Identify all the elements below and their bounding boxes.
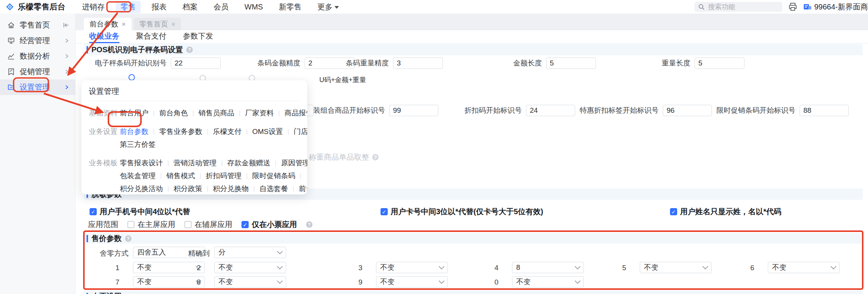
field-label: 电子秤条码开始识别号 xyxy=(80,58,171,68)
subnav-param-dispatch[interactable]: 参数下发 xyxy=(183,30,213,43)
topnav-item-new-retail[interactable]: 新零售 xyxy=(271,2,309,12)
popup-menu-item[interactable]: 原因管理 xyxy=(281,157,307,170)
secondary-screen-checkbox[interactable] xyxy=(184,221,192,228)
topnav-item-archives[interactable]: 档案 xyxy=(175,2,206,12)
main-screen-checkbox[interactable] xyxy=(127,221,135,228)
popup-menu-item[interactable]: 销售模式 xyxy=(166,170,195,182)
topnav-item-inventory[interactable]: 进销存 xyxy=(74,2,113,12)
popup-menu-item[interactable]: 厂家资料 xyxy=(245,107,274,120)
checkbox-label: 在辅屏应用 xyxy=(195,219,232,230)
popup-menu-item[interactable]: 前台角色 xyxy=(159,107,188,120)
close-icon[interactable]: × xyxy=(172,21,176,28)
topnav-item-more[interactable]: 更多 xyxy=(309,2,347,12)
popup-menu-item[interactable]: 零售业务参数 xyxy=(159,125,202,138)
topnav-item-retail[interactable]: 零售 xyxy=(116,1,141,13)
popup-menu-item[interactable]: 销售员商品 xyxy=(198,107,234,120)
select-value: 不变 xyxy=(772,263,786,272)
popup-menu-item[interactable]: OMS设置 xyxy=(252,125,283,138)
digit-5-select[interactable]: 不变 xyxy=(640,262,712,273)
special-discount-start-id-input[interactable] xyxy=(663,105,712,116)
divider: | xyxy=(274,107,284,120)
tab-label: 前台参数 xyxy=(90,19,118,29)
tab-retail-home[interactable]: 零售首页 × xyxy=(134,18,181,30)
top-menu: 进销存 零售 报表 档案 会员 WMS 新零售 更多 xyxy=(74,0,347,14)
flash-sale-start-id-input[interactable] xyxy=(800,105,849,116)
scope-main-screen: 在主屏应用 xyxy=(127,219,175,230)
checkbox-label: 用户姓名只显示姓，名以*代码 xyxy=(680,207,781,217)
select-value: 不变 xyxy=(644,263,658,272)
field-special-discount-start-id: 特惠折扣标签开始标识号 xyxy=(579,105,712,116)
mask-name-checkbox[interactable] xyxy=(670,208,677,215)
divider: | xyxy=(241,170,252,182)
divider: | xyxy=(234,107,245,120)
popup-menu-item[interactable]: 自选套餐 xyxy=(259,182,288,194)
popup-menu-item[interactable]: 乐檬支付 xyxy=(213,125,241,138)
field-label: 条码重量精度 xyxy=(317,58,393,68)
help-icon[interactable]: ? xyxy=(306,221,313,228)
barcode-format-radio[interactable] xyxy=(128,74,135,81)
topnav-item-members[interactable]: 会员 xyxy=(206,2,237,12)
popup-menu-item[interactable]: 商品报告 xyxy=(285,107,307,120)
popup-menu-item[interactable]: 积分兑换物 xyxy=(213,182,249,194)
printer-icon[interactable] xyxy=(788,2,798,12)
digit-9-select[interactable]: 不变 xyxy=(376,276,448,288)
help-icon[interactable]: ? xyxy=(372,154,379,160)
popup-menu-item[interactable]: 第三方价签 xyxy=(120,138,156,151)
precision-select[interactable]: 分 xyxy=(214,247,286,258)
scale-start-id-input[interactable] xyxy=(171,58,221,69)
barcode-format-option-label: U码+金额+重量 xyxy=(319,75,366,84)
mask-phone-checkbox[interactable] xyxy=(90,208,97,215)
topnav-item-wms[interactable]: WMS xyxy=(237,3,271,11)
sidebar-item-promotion-mgmt[interactable]: 促销管理 xyxy=(0,64,75,79)
sidebar-item-retail-home[interactable]: 零售首页 xyxy=(0,17,75,33)
popup-menu-item[interactable]: 积分政策 xyxy=(173,182,202,194)
sidebar-item-settings-mgmt[interactable]: 设置管理 xyxy=(0,79,75,95)
sidebar-item-business-mgmt[interactable]: 经营管理 xyxy=(0,33,75,48)
combo-start-id-input[interactable] xyxy=(389,105,438,116)
global-search[interactable] xyxy=(695,2,782,12)
topnav-item-reports[interactable]: 报表 xyxy=(144,2,175,12)
sidebar-collapse-button[interactable] xyxy=(62,22,70,29)
divider: | xyxy=(217,157,227,170)
divider: | xyxy=(295,170,301,182)
popup-menu-item[interactable]: 前台用户 xyxy=(120,107,149,120)
org-icon xyxy=(803,3,812,11)
precision-label: 精确到 xyxy=(175,249,210,258)
popup-menu-item[interactable]: 积分兑换活动 xyxy=(120,182,163,194)
amount-length-input[interactable] xyxy=(546,58,596,69)
digit-6-select[interactable]: 不变 xyxy=(768,262,840,273)
subnav-aggregate-pay[interactable]: 聚合支付 xyxy=(136,30,166,43)
popup-menu-item[interactable]: 限时促销条码 xyxy=(252,170,295,182)
masking-scope-row: 应用范围 在主屏应用 在辅屏应用 仅在小票应用 ? xyxy=(88,219,313,230)
digit-3-select[interactable]: 不变 xyxy=(376,262,448,273)
subnav-cashier-business[interactable]: 收银业务 xyxy=(89,30,119,43)
digit-4-select[interactable]: 8 xyxy=(512,262,584,273)
popup-menu-item[interactable]: 包装盒管理 xyxy=(120,170,156,182)
popup-menu-item[interactable]: 营销活动管理 xyxy=(173,157,217,170)
digit-2-select[interactable]: 不变 xyxy=(214,262,286,273)
weight-length-input[interactable] xyxy=(695,58,744,69)
weight-precision-input[interactable] xyxy=(393,58,443,69)
select-value: 不变 xyxy=(137,263,152,272)
select-value: 不变 xyxy=(380,263,395,272)
checkbox-label: 在主屏应用 xyxy=(138,219,175,230)
search-input[interactable] xyxy=(707,3,769,11)
discount-code-start-id-input[interactable] xyxy=(526,105,575,116)
popup-menu-item[interactable]: 折扣码管理 xyxy=(206,170,241,182)
digit-8-select[interactable]: 不变 xyxy=(214,276,286,288)
help-icon[interactable]: ? xyxy=(125,235,132,242)
popup-menu-item[interactable]: 门店视频设置 xyxy=(294,125,307,138)
tab-front-params[interactable]: 前台参数 × xyxy=(84,18,132,30)
popup-menu-item[interactable]: 存款金额赠送 xyxy=(227,157,270,170)
mask-card-checkbox[interactable] xyxy=(381,208,388,215)
sidebar-item-data-analysis[interactable]: 数据分析 xyxy=(0,48,75,64)
digit-0-select[interactable]: 不变 xyxy=(512,276,584,288)
close-icon[interactable]: × xyxy=(122,21,126,28)
sub-navigation: 收银业务 聚合支付 参数下发 xyxy=(76,30,868,44)
popup-menu-item[interactable]: 零售报表设计 xyxy=(120,157,163,170)
help-icon[interactable]: ? xyxy=(186,47,193,53)
receipt-only-checkbox[interactable] xyxy=(241,221,249,228)
org-switcher[interactable]: 99664-新界面商 xyxy=(803,2,868,12)
popup-menu-item[interactable]: 前台快捷备注 xyxy=(299,182,307,194)
popup-menu-item-front-params[interactable]: 前台参数 xyxy=(120,125,149,138)
